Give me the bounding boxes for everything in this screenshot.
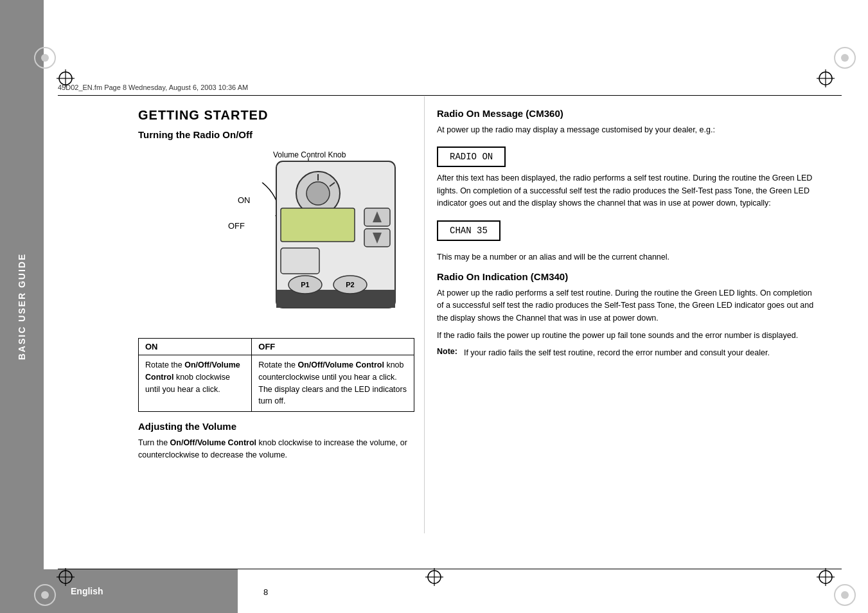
section-title: GETTING STARTED [138, 108, 414, 123]
table-col1-header: ON [139, 339, 252, 355]
note-text: If your radio fails the self test routin… [464, 347, 770, 359]
svg-point-19 [841, 591, 849, 599]
reg-mark-bl [57, 568, 75, 586]
chan-text: CHAN 35 [437, 220, 500, 241]
svg-point-32 [306, 182, 330, 205]
section1-para3: This may be a number or an alias and wil… [437, 251, 816, 263]
section1-para2: After this text has been displayed, the … [437, 172, 816, 209]
corner-circle-tr [833, 46, 856, 69]
svg-point-13 [41, 54, 49, 62]
radio-on-text: RADIO ON [437, 147, 506, 167]
reg-mark-tl [57, 69, 75, 87]
off-bold: On/Off/Volume Control [297, 360, 384, 369]
chan-display-box: CHAN 35 [437, 215, 816, 246]
page-number: 8 [263, 587, 268, 597]
corner-circle-tl [33, 46, 57, 69]
right-column: Radio On Message (CM360) At power up the… [437, 108, 816, 359]
reg-mark-tr [817, 69, 835, 87]
note-label: Note: [437, 347, 457, 359]
corner-circle-bl [33, 583, 57, 607]
section1-para1: At power up the radio may display a mess… [437, 124, 816, 136]
section2-para1: At power up the radio performs a self te… [437, 287, 816, 324]
svg-point-17 [41, 591, 49, 599]
radio-svg: P1 P2 [273, 158, 398, 312]
section1-title: Radio On Message (CM360) [437, 108, 816, 119]
svg-text:P2: P2 [346, 281, 354, 289]
volume-para: Turn the On/Off/Volume Control knob cloc… [138, 437, 414, 462]
table-row: Rotate the On/Off/Volume Control knob cl… [139, 355, 414, 412]
table-off-cell: Rotate the On/Off/Volume Control knob co… [252, 355, 414, 412]
sidebar: BASIC USER GUIDE [0, 0, 44, 613]
table-col2-header: OFF [252, 339, 414, 355]
svg-rect-39 [281, 208, 355, 242]
top-rule [58, 95, 842, 96]
reg-mark-br [817, 568, 835, 586]
volume-bold: On/Off/Volume Control [170, 438, 256, 447]
on-off-table: ON OFF Rotate the On/Off/Volume Control … [138, 338, 414, 412]
note-row: Note: If your radio fails the self test … [437, 347, 816, 359]
reg-mark-bc [425, 568, 443, 586]
table-on-cell: Rotate the On/Off/Volume Control knob cl… [139, 355, 252, 412]
file-info: 45D02_EN.fm Page 8 Wednesday, August 6, … [58, 84, 248, 91]
language-label: English [71, 586, 103, 596]
page-outer: BASIC USER GUIDE 45D02_EN.fm Page 8 Wedn… [0, 0, 868, 613]
sidebar-label: BASIC USER GUIDE [17, 253, 27, 360]
corner-circle-br [833, 583, 856, 607]
svg-text:P1: P1 [301, 281, 309, 289]
on-bold: On/Off/Volume Control [145, 360, 240, 382]
section2-para2: If the radio fails the power up routine … [437, 330, 816, 342]
adjusting-subtitle: Adjusting the Volume [138, 421, 414, 432]
column-divider [424, 96, 425, 533]
left-column: GETTING STARTED Turning the Radio On/Off… [138, 108, 414, 467]
turning-subtitle: Turning the Radio On/Off [138, 129, 414, 140]
section2-title: Radio On Indication (CM340) [437, 271, 816, 282]
radio-on-display-box: RADIO ON [437, 141, 816, 172]
svg-point-15 [841, 54, 849, 62]
adjusting-section: Adjusting the Volume Turn the On/Off/Vol… [138, 421, 414, 462]
radio-illustration: Volume Control Knob ON OFF [138, 145, 414, 332]
svg-rect-40 [281, 248, 319, 274]
